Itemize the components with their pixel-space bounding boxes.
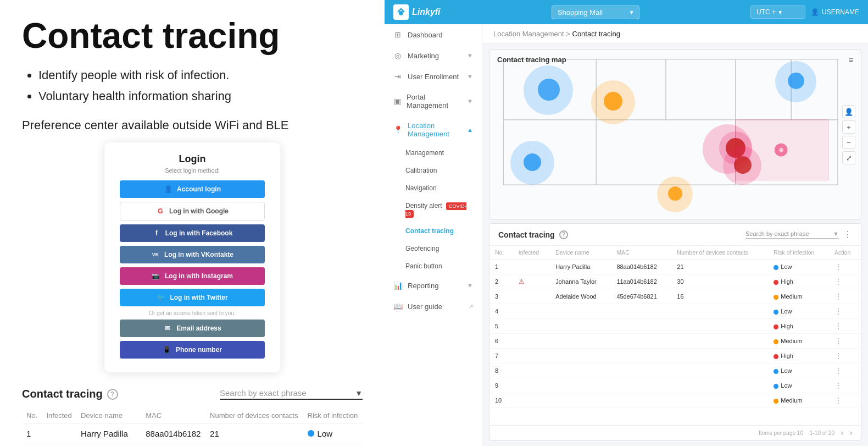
th-no: No. [489,246,513,260]
row-action-menu[interactable]: ⋮ [834,262,842,271]
sidebar-sub-geofencing[interactable]: Geofencing [385,240,482,257]
sidebar-item-marketing[interactable]: ◎ Marketing ▼ [385,45,482,66]
top-nav: Linkyfi Shopping Mall ▼ UTC + ▼ 👤 USERNA… [385,0,868,24]
utc-chevron-icon: ▼ [777,9,783,15]
main-content: ⊞ Dashboard ◎ Marketing ▼ ⇥ User Enrollm… [385,24,868,446]
chevron-up-icon: ▲ [467,126,473,133]
risk-dot [774,339,778,344]
search-wrap: Search by exact phrase ▼ [220,388,363,400]
table-search-wrap: Search by exact phrase ▼ [745,230,839,239]
risk-dot [774,384,778,389]
logo-text: Linkyfi [412,7,441,17]
row-action-menu[interactable]: ⋮ [834,277,842,286]
reporting-icon: 📊 [393,281,402,290]
map-person-icon[interactable]: 👤 [842,105,855,118]
twitter-login-button[interactable]: 🐦 Log in with Twitter [120,289,265,306]
th-contacts: Number of devices contacts [671,246,768,260]
expand-icon[interactable]: ⤢ [842,151,855,164]
col-device: Device name [76,408,141,423]
panel-help-icon[interactable]: ? [559,230,568,239]
instagram-icon: 📷 [152,272,160,280]
table-menu-icon[interactable]: ⋮ [843,229,852,240]
user-guide-icon: 📖 [393,302,402,311]
risk-dot [774,399,778,404]
bubble-core-red-2 [734,156,752,174]
zoom-out-icon[interactable]: − [842,136,855,149]
contact-table: No. Infected Device name MAC Number of d… [22,408,363,446]
th-risk: Risk of infection [768,246,829,260]
risk-dot [774,295,778,300]
next-page-button[interactable]: › [850,429,852,437]
chevron-down-icon: ▼ [467,282,473,289]
sidebar-sub-navigation[interactable]: Navigation [385,179,482,197]
sidebar-sub-contact-tracing[interactable]: Contact tracing [385,222,482,240]
user-account-icon: 👤 [811,8,819,16]
zoom-in-icon[interactable]: + [842,120,855,134]
risk-dot [774,354,778,359]
marketing-icon: ◎ [393,51,402,60]
utc-dropdown[interactable]: UTC + ▼ [750,5,805,19]
location-dropdown[interactable]: Shopping Mall ▼ [552,5,639,19]
row-action-menu[interactable]: ⋮ [834,337,842,345]
row-action-menu[interactable]: ⋮ [834,322,842,331]
bubble-core-orange-2 [668,186,682,201]
breadcrumb-separator: > [566,30,572,38]
external-link-icon: ↗ [469,304,473,310]
sidebar-item-user-enrollment[interactable]: ⇥ User Enrollment ▼ [385,66,482,87]
table-row: 4 Low ⋮ [489,304,861,319]
prev-page-button[interactable]: ‹ [841,429,843,437]
row-action-menu[interactable]: ⋮ [834,396,842,405]
table-row: 7 High ⋮ [489,349,861,364]
items-per-page: Items per page 10 [759,430,803,436]
instagram-login-button[interactable]: 📷 Log in with Instagram [120,267,265,285]
login-subtitle: Select login method: [120,167,265,174]
content-area: Location Management > Contact tracing Co… [482,24,868,446]
phone-login-button[interactable]: 📱 Phone number [120,341,265,359]
sidebar-item-location-management[interactable]: 📍 Location Management ▲ [385,115,482,144]
sidebar-sub-calibration[interactable]: Calibration [385,162,482,179]
page-range: 1-10 of 20 [810,430,834,436]
google-login-button[interactable]: G Log in with Google [120,202,265,221]
sidebar-sub-management[interactable]: Management [385,144,482,162]
nav-right: UTC + ▼ 👤 USERNAME [750,5,859,19]
sidebar-item-dashboard[interactable]: ⊞ Dashboard [385,24,482,45]
filter-icon[interactable]: ≡ [849,56,853,64]
vk-icon: VK [151,250,160,259]
email-icon: ✉ [163,324,172,333]
sidebar-item-user-guide[interactable]: 📖 User guide ↗ [385,296,482,317]
vk-login-button[interactable]: VK Log in with VKontakte [120,246,265,263]
table-footer: Items per page 10 1-10 of 20 ‹ › [489,425,861,440]
table-panel-header: Contact tracing ? Search by exact phrase… [489,224,861,246]
row-action-menu[interactable]: ⋮ [834,307,842,316]
preference-text: Preference center available outside WiFi… [22,118,363,133]
sidebar-sub-density-alert[interactable]: Density alert COVID-19 [385,197,482,222]
sidebar-sub-panic-button[interactable]: Panic button [385,257,482,275]
svg-rect-3 [666,59,736,120]
th-infected: Infected [513,246,550,260]
chevron-down-icon: ▼ [467,73,473,80]
help-icon[interactable]: ? [107,389,118,400]
th-device: Device name [550,246,611,260]
sidebar-item-reporting[interactable]: 📊 Reporting ▼ [385,275,482,296]
row-action-menu[interactable]: ⋮ [834,292,842,301]
search-label: Search by exact phrase [745,230,833,237]
bottom-table-header: Contact tracing ? Search by exact phrase… [22,388,363,400]
bubble-core-orange-1 [604,92,622,111]
login-widget: Login Select login method: 👤 Account log… [104,142,280,372]
row-action-menu[interactable]: ⋮ [834,366,842,375]
user-area[interactable]: 👤 USERNAME [811,8,859,16]
dropdown-arrow-icon[interactable]: ▼ [355,389,363,398]
row-action-menu[interactable]: ⋮ [834,351,842,360]
sidebar-item-portal-management[interactable]: ▣ Portal Management ▼ [385,87,482,115]
risk-dot [774,265,778,270]
account-login-button[interactable]: 👤 Account login [120,180,265,198]
table-scroll[interactable]: No. Infected Device name MAC Number of d… [489,246,861,425]
row-action-menu[interactable]: ⋮ [834,381,842,390]
bubble-core-blue-1 [538,79,560,101]
email-login-button[interactable]: ✉ Email address [120,320,265,337]
main-title: Contact tracing [22,16,363,55]
map-container: Contact tracing map ≡ [489,49,861,220]
table-row: 2 ⚠ Johanna Taylor 11aa014b6182 30 High … [489,274,861,289]
search-dropdown-arrow-icon[interactable]: ▼ [833,230,839,237]
facebook-login-button[interactable]: f Log in with Facebook [120,224,265,242]
